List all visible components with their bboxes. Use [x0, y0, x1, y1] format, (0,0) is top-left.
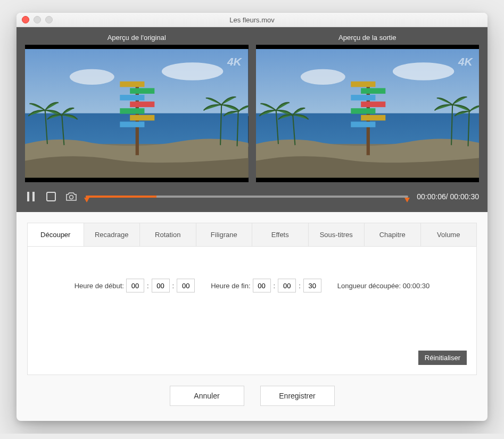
beach-scene-svg: 4K: [25, 49, 249, 177]
stop-icon: [46, 192, 56, 201]
svg-rect-36: [47, 192, 55, 201]
svg-rect-12: [120, 109, 144, 114]
start-time-label: Heure de début:: [75, 282, 124, 290]
close-window-button[interactable]: [22, 16, 29, 23]
svg-rect-28: [361, 102, 385, 107]
svg-rect-11: [130, 102, 154, 107]
zoom-window-button[interactable]: [45, 16, 53, 23]
range-start-handle[interactable]: [84, 198, 89, 202]
tab-rotation[interactable]: Rotation: [140, 223, 196, 246]
svg-rect-13: [130, 115, 154, 120]
snapshot-button[interactable]: [65, 191, 77, 202]
svg-rect-10: [120, 95, 144, 100]
end-time-group: Heure de fin: : :: [211, 279, 321, 292]
stop-button[interactable]: [45, 191, 57, 202]
window-title: Les fleurs.mov: [16, 16, 488, 24]
end-seconds-input[interactable]: [303, 279, 321, 292]
end-minutes-input[interactable]: [278, 279, 296, 292]
tab-effets[interactable]: Effets: [252, 223, 309, 246]
beach-scene-svg: 4K: [256, 49, 480, 177]
tab-bar: DécouperRecadrageRotationFiligraneEffets…: [28, 223, 476, 247]
svg-point-20: [392, 63, 453, 81]
camera-icon: [65, 192, 77, 201]
save-button[interactable]: Enregistrer: [260, 386, 335, 406]
pause-icon: [27, 192, 35, 201]
svg-rect-31: [351, 122, 375, 127]
svg-rect-35: [32, 192, 35, 201]
app-window: Les fleurs.mov Aperçu de l'original Aper…: [16, 13, 488, 421]
colon: :: [146, 282, 150, 290]
start-minutes-input[interactable]: [152, 279, 170, 292]
svg-rect-34: [27, 192, 29, 201]
playback-controls: 00:00:06/ 00:00:30: [25, 191, 479, 202]
svg-rect-30: [361, 115, 385, 120]
colon: :: [273, 282, 276, 290]
watermark-4k: 4K: [227, 56, 243, 68]
svg-point-3: [162, 63, 223, 81]
svg-rect-29: [351, 109, 375, 114]
colon: :: [172, 282, 175, 290]
titlebar: Les fleurs.mov: [16, 13, 488, 27]
cut-tab-body: Heure de début: : : Heure de fin: : : Lo…: [28, 247, 476, 375]
original-preview: 4K: [25, 45, 249, 182]
output-preview: 4K: [256, 45, 480, 182]
range-end-handle[interactable]: [404, 198, 410, 202]
svg-rect-26: [361, 88, 385, 94]
time-separator: /: [446, 192, 448, 201]
tab-soustitres[interactable]: Sous-titres: [309, 223, 365, 246]
original-preview-label: Aperçu de l'original: [25, 34, 249, 45]
reset-button[interactable]: Réinitialiser: [418, 351, 467, 365]
preview-area: Aperçu de l'original Aperçu de la sortie: [16, 27, 488, 212]
minimize-window-button[interactable]: [34, 16, 41, 23]
svg-rect-25: [351, 82, 375, 87]
colon: :: [298, 282, 301, 290]
end-hours-input[interactable]: [253, 279, 271, 292]
tab-decouper[interactable]: Découper: [28, 223, 84, 246]
end-time-label: Heure de fin:: [211, 282, 250, 290]
watermark-4k: 4K: [457, 56, 473, 68]
edit-panel: DécouperRecadrageRotationFiligraneEffets…: [27, 223, 477, 375]
start-seconds-input[interactable]: [177, 279, 195, 292]
start-time-group: Heure de début: : :: [75, 279, 195, 292]
tab-recadrage[interactable]: Recadrage: [84, 223, 141, 246]
seek-slider[interactable]: [86, 191, 408, 202]
svg-point-19: [300, 69, 345, 85]
tab-chapitre[interactable]: Chapitre: [365, 223, 421, 246]
svg-rect-14: [120, 122, 144, 127]
pause-button[interactable]: [25, 191, 37, 202]
output-preview-label: Aperçu de la sortie: [256, 34, 480, 45]
svg-rect-9: [130, 88, 154, 94]
total-time: 00:00:30: [450, 192, 480, 201]
time-readout: 00:00:06/ 00:00:30: [417, 192, 479, 201]
cut-length-label: Longueur découpée: 00:00:30: [337, 282, 430, 290]
footer: Annuler Enregistrer: [16, 386, 488, 421]
cancel-button[interactable]: Annuler: [170, 386, 244, 406]
svg-rect-8: [120, 82, 144, 87]
tab-filigrane[interactable]: Filigrane: [196, 223, 253, 246]
svg-point-37: [70, 196, 73, 199]
svg-point-2: [70, 69, 114, 85]
svg-rect-27: [351, 95, 375, 100]
tab-volume[interactable]: Volume: [421, 223, 477, 246]
start-hours-input[interactable]: [126, 279, 144, 292]
current-time: 00:00:06: [417, 192, 446, 201]
traffic-lights: [16, 16, 53, 23]
